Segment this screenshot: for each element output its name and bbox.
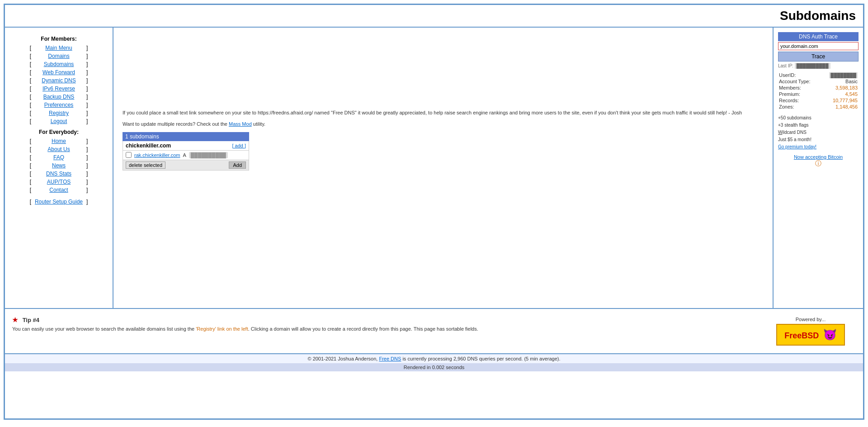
ipv6-reverse-link[interactable]: IPv6 Reverse	[34, 85, 84, 92]
contact-link[interactable]: Contact	[34, 187, 84, 193]
sidebar: For Members: [ Main Menu ] [ Domains ] […	[5, 28, 113, 308]
tip-icon: ★	[12, 316, 18, 323]
premium-promo-line2: +3 stealth flags	[778, 122, 859, 129]
go-premium-link[interactable]: Go premium today!	[778, 144, 816, 149]
sidebar-item-about-us[interactable]: [ About Us ]	[5, 145, 113, 153]
premium-promo-line4: Just $5 a month!	[778, 136, 859, 143]
members-row: Members: 3,598,183	[778, 85, 859, 91]
delete-selected-button[interactable]: delete selected	[126, 161, 165, 169]
zones-row: Zones: 1,148,456	[778, 104, 859, 110]
faq-link[interactable]: FAQ	[34, 154, 84, 161]
userid-label: UserID:	[778, 72, 820, 78]
bitcoin-link[interactable]: Now accepting Bitcoin	[794, 154, 843, 160]
news-link[interactable]: News	[34, 162, 84, 169]
account-type-label: Account Type:	[778, 78, 820, 85]
tip-content: ★ Tip #4 You can easily use your web bro…	[12, 316, 765, 346]
account-type-row: Account Type: Basic	[778, 78, 859, 85]
dns-stats-link[interactable]: DNS Stats	[34, 171, 84, 177]
records-row: Records: 10,777,945	[778, 97, 859, 104]
sidebar-item-news[interactable]: [ News ]	[5, 161, 113, 170]
sidebar-item-dynamic-dns[interactable]: [ Dynamic DNS ]	[5, 76, 113, 85]
last-ip: Last IP: ██████████	[778, 63, 859, 68]
sidebar-item-subdomains[interactable]: [ Subdomains ]	[5, 60, 113, 68]
main-content: If you could place a small text link som…	[113, 28, 773, 308]
userid-row: UserID: ████████	[778, 72, 859, 78]
sidebar-item-dns-stats[interactable]: [ DNS Stats ]	[5, 170, 113, 178]
preferences-link[interactable]: Preferences	[34, 102, 84, 108]
footer-tip: ★ Tip #4 You can easily use your web bro…	[5, 308, 863, 353]
action-row: delete selected Add	[123, 160, 249, 171]
members-label: Members:	[778, 85, 820, 91]
sidebar-item-ipv6-reverse[interactable]: [ IPv6 Reverse ]	[5, 85, 113, 93]
home-link[interactable]: Home	[34, 138, 84, 144]
records-label: Records:	[778, 97, 820, 104]
sidebar-item-main-menu[interactable]: [ Main Menu ]	[5, 44, 113, 52]
for-everybody-label: For Everybody:	[5, 129, 113, 135]
freebsd-badge: FreeBSD 😈	[776, 324, 844, 346]
premium-label: Premium:	[778, 91, 820, 97]
bracket-right: ]	[86, 45, 88, 51]
sidebar-item-contact[interactable]: [ Contact ]	[5, 186, 113, 194]
record-checkbox[interactable]	[126, 152, 132, 158]
record-ip: ██████████	[189, 152, 228, 158]
registry-link[interactable]: Registry	[34, 110, 84, 116]
tip-number: ★ Tip #4	[12, 316, 756, 323]
free-dns-footer-link[interactable]: Free DNS	[379, 356, 401, 361]
bracket-left: [	[30, 45, 31, 51]
add-button[interactable]: Add	[229, 161, 246, 169]
mass-mod-text: Want to update multiple records? Check o…	[123, 121, 764, 127]
zones-label: Zones:	[778, 104, 820, 110]
sidebar-item-web-forward[interactable]: [ Web Forward ]	[5, 68, 113, 76]
main-menu-link[interactable]: Main Menu	[34, 45, 84, 51]
members-value: 3,598,183	[820, 85, 859, 91]
subdomains-header: 1 subdomains	[123, 132, 249, 141]
trace-button[interactable]: Trace	[778, 52, 859, 62]
subdomains-link[interactable]: Subdomains	[34, 61, 84, 67]
about-us-link[interactable]: About Us	[34, 146, 84, 152]
domain-name: chickenkiller.com	[126, 142, 171, 149]
sidebar-item-home[interactable]: [ Home ]	[5, 137, 113, 145]
logout-link[interactable]: Logout	[34, 118, 84, 124]
records-value: 10,777,945	[820, 97, 859, 104]
page-title: Subdomains	[12, 9, 856, 23]
bottom-footer: © 2001-2021 Joshua Anderson, Free DNS is…	[5, 353, 863, 363]
right-panel: DNS Auth Trace Trace Last IP: ██████████…	[773, 28, 863, 308]
powered-by-section: Powered by... FreeBSD 😈	[765, 316, 856, 346]
tip-text: You can easily use your web browser to s…	[12, 325, 756, 333]
stats-table: UserID: ████████ Account Type: Basic Mem…	[778, 72, 859, 110]
domains-link[interactable]: Domains	[34, 53, 84, 59]
sidebar-item-domains[interactable]: [ Domains ]	[5, 52, 113, 60]
freebsd-label: FreeBSD	[784, 331, 819, 340]
premium-promo-line3: Wildcard DNS	[778, 129, 859, 136]
web-forward-link[interactable]: Web Forward	[34, 69, 84, 76]
router-setup-link[interactable]: Router Setup Guide	[34, 199, 84, 205]
mass-mod-link[interactable]: Mass Mod	[229, 121, 252, 127]
main-layout: For Members: [ Main Menu ] [ Domains ] […	[5, 28, 863, 308]
aup-tos-link[interactable]: AUP/TOS	[34, 179, 84, 185]
record-hostname-link[interactable]: rak.chickenkiller.com	[134, 152, 180, 158]
sidebar-item-logout[interactable]: [ Logout ]	[5, 117, 113, 125]
add-domain-link[interactable]: [ add ]	[232, 143, 246, 148]
dns-trace-input[interactable]	[778, 42, 859, 50]
dynamic-dns-link[interactable]: Dynamic DNS	[34, 77, 84, 84]
sidebar-item-aup-tos[interactable]: [ AUP/TOS ]	[5, 178, 113, 186]
freebsd-devil-icon: 😈	[823, 328, 837, 341]
info-paragraph: If you could place a small text link som…	[123, 109, 764, 117]
dns-trace-header: DNS Auth Trace	[778, 32, 859, 41]
for-members-label: For Members:	[5, 36, 113, 42]
sidebar-item-backup-dns[interactable]: [ Backup DNS ]	[5, 93, 113, 101]
render-time: Rendered in 0.002 seconds	[5, 363, 863, 371]
record-type: A	[183, 152, 186, 158]
account-type-value: Basic	[820, 78, 859, 85]
backup-dns-link[interactable]: Backup DNS	[34, 94, 84, 100]
bitcoin-icon: ⓘ	[815, 160, 821, 167]
sidebar-item-registry[interactable]: [ Registry ]	[5, 109, 113, 117]
zones-value: 1,148,456	[820, 104, 859, 110]
premium-value: 4,545	[820, 91, 859, 97]
bitcoin-box: Now accepting Bitcoin ⓘ	[778, 154, 859, 168]
premium-promo-box: +50 subdomains +3 stealth flags Wildcard…	[778, 114, 859, 151]
premium-row: Premium: 4,545	[778, 91, 859, 97]
sidebar-item-faq[interactable]: [ FAQ ]	[5, 153, 113, 161]
sidebar-item-router-setup[interactable]: [ Router Setup Guide ]	[5, 198, 113, 206]
sidebar-item-preferences[interactable]: [ Preferences ]	[5, 101, 113, 109]
